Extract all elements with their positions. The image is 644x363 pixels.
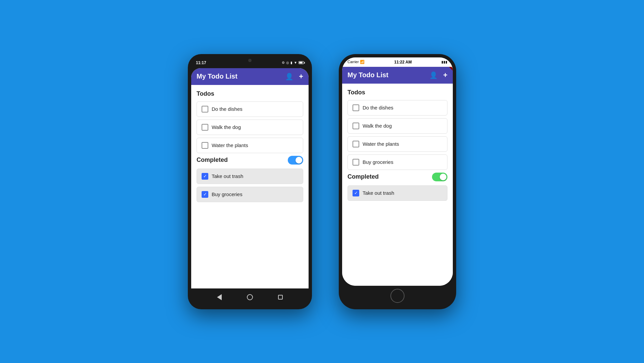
android-todos-title: Todos — [197, 90, 303, 97]
debug-badge: DEBUG — [442, 67, 453, 79]
ios-screen: Carrier 📶 11:22 AM ▮▮▮ My Todo List 👤 + … — [342, 57, 453, 286]
android-completed-checkbox-1[interactable] — [202, 173, 208, 180]
ios-todo-text-2: Walk the dog — [363, 123, 392, 129]
android-todo-item-1[interactable]: Do the dishes — [197, 101, 303, 117]
ios-completed-text-1: Take out trash — [363, 190, 394, 196]
ios-carrier: Carrier 📶 — [347, 60, 365, 64]
ios-todo-text-1: Do the dishes — [363, 105, 393, 110]
ios-phone: Carrier 📶 11:22 AM ▮▮▮ My Todo List 👤 + … — [339, 54, 456, 309]
android-completed-item-2[interactable]: Buy groceries — [197, 187, 303, 202]
ios-checkbox-2[interactable] — [353, 123, 359, 129]
android-home-button[interactable] — [247, 294, 253, 300]
ios-app-header-wrapper: My Todo List 👤 + DEBUG — [342, 67, 453, 84]
android-checkbox-1[interactable] — [202, 106, 208, 112]
debug-ribbon-container: DEBUG — [434, 67, 453, 84]
android-back-button[interactable] — [217, 294, 222, 300]
ios-checkbox-4[interactable] — [353, 159, 359, 166]
battery-indicator — [299, 61, 304, 64]
ios-checkbox-3[interactable] — [353, 141, 359, 147]
android-add-icon[interactable]: + — [299, 72, 303, 81]
android-checkbox-3[interactable] — [202, 142, 208, 149]
android-app-body: Todos Do the dishes Walk the dog Water t… — [191, 85, 309, 288]
ios-app-title: My Todo List — [347, 71, 388, 79]
android-todo-text-2: Walk the dog — [212, 124, 241, 130]
ios-time: 11:22 AM — [394, 60, 412, 64]
android-todo-text-3: Water the plants — [212, 142, 248, 148]
android-status-icons: ⚙ ◎ ▮ ▼ — [282, 61, 304, 64]
ios-home-bar — [342, 286, 453, 306]
android-time: 11:17 — [196, 60, 206, 65]
ios-completed-item-1[interactable]: Take out trash — [347, 185, 447, 201]
ios-completed-toggle[interactable] — [432, 173, 447, 181]
android-camera — [248, 59, 252, 62]
ios-todo-text-3: Water the plants — [363, 141, 399, 147]
ios-completed-header: Completed — [347, 173, 447, 181]
ios-wifi-symbol: 📶 — [360, 60, 365, 64]
android-todo-item-3[interactable]: Water the plants — [197, 138, 303, 153]
android-todo-text-1: Do the dishes — [212, 106, 243, 112]
android-recents-button[interactable] — [278, 295, 283, 300]
android-checkbox-2[interactable] — [202, 124, 208, 131]
android-header-icons: 👤 + — [285, 72, 303, 81]
android-completed-text-2: Buy groceries — [212, 191, 243, 197]
ios-todo-item-2[interactable]: Walk the dog — [347, 118, 447, 134]
android-battery-icon: ▮ — [290, 61, 292, 64]
android-completed-text-1: Take out trash — [212, 173, 243, 179]
ios-todo-text-4: Buy groceries — [363, 159, 393, 165]
ios-battery-text: ▮▮▮ — [441, 60, 447, 64]
android-wifi-icon: ▼ — [294, 61, 297, 64]
android-nav-bar — [191, 288, 309, 306]
android-app-header-wrapper: My Todo List 👤 + — [191, 68, 309, 85]
ios-checkbox-1[interactable] — [353, 104, 359, 111]
android-phone: 11:17 ⚙ ◎ ▮ ▼ My Todo List 👤 + Todos — [188, 54, 312, 309]
settings-icon: ⚙ — [282, 61, 285, 64]
android-completed-checkbox-2[interactable] — [202, 191, 208, 198]
ios-todo-item-1[interactable]: Do the dishes — [347, 100, 447, 116]
android-completed-toggle[interactable] — [288, 156, 303, 165]
ios-status-right: ▮▮▮ — [441, 60, 447, 64]
android-completed-header: Completed — [197, 156, 303, 165]
ios-todo-item-3[interactable]: Water the plants — [347, 136, 447, 152]
android-completed-title: Completed — [197, 156, 228, 164]
ios-status-bar: Carrier 📶 11:22 AM ▮▮▮ — [342, 57, 453, 67]
android-app-header: My Todo List 👤 + — [191, 68, 309, 85]
android-completed-item-1[interactable]: Take out trash — [197, 169, 303, 184]
ios-completed-checkbox-1[interactable] — [353, 190, 359, 196]
ios-home-button[interactable] — [390, 289, 405, 303]
android-app-title: My Todo List — [197, 73, 237, 80]
location-icon: ◎ — [286, 61, 289, 64]
ios-app-body: Todos Do the dishes Walk the dog Water t… — [342, 84, 453, 286]
android-todo-item-2[interactable]: Walk the dog — [197, 120, 303, 135]
ios-completed-title: Completed — [347, 173, 379, 180]
ios-todo-item-4[interactable]: Buy groceries — [347, 154, 447, 170]
android-profile-icon[interactable]: 👤 — [285, 73, 293, 81]
android-screen: My Todo List 👤 + Todos Do the dishes Wal… — [191, 68, 309, 288]
ios-todos-title: Todos — [347, 89, 447, 96]
